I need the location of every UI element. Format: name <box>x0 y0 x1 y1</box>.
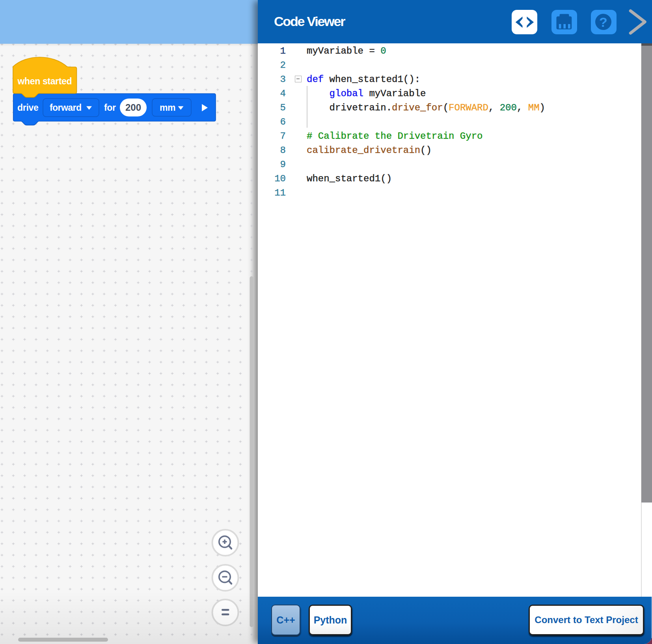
svg-text:for: for <box>104 102 116 113</box>
svg-text:when started: when started <box>17 76 72 86</box>
svg-text:?: ? <box>599 15 607 30</box>
svg-text:drive: drive <box>17 102 38 113</box>
svg-text:forward: forward <box>50 102 82 113</box>
svg-text:mm: mm <box>160 102 175 113</box>
svg-text:200: 200 <box>125 102 141 113</box>
